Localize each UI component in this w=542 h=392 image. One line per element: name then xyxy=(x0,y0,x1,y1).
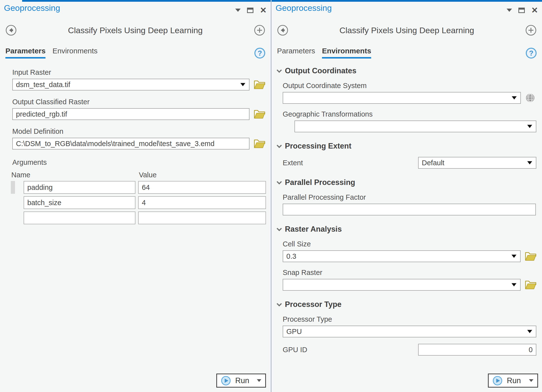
extent-combobox[interactable] xyxy=(418,157,536,169)
run-options-caret-icon[interactable] xyxy=(529,379,533,382)
snap-raster-combobox[interactable] xyxy=(283,279,521,291)
cell-size-input[interactable] xyxy=(286,252,517,260)
pane-titlebar: Geoprocessing ✕ xyxy=(272,2,542,14)
parallel-processing-factor-input[interactable] xyxy=(283,204,536,215)
tab-strip: Parameters Environments ? xyxy=(0,36,271,59)
browse-cell-size-folder-icon[interactable] xyxy=(525,251,536,261)
geographic-transformations-combobox[interactable] xyxy=(294,121,536,132)
run-button[interactable]: Run xyxy=(488,374,538,388)
parallel-processing-factor-label: Parallel Processing Factor xyxy=(283,193,536,201)
dropdown-arrow-icon xyxy=(512,255,516,258)
help-icon[interactable]: ? xyxy=(526,48,537,59)
tab-parameters[interactable]: Parameters xyxy=(277,47,315,59)
pane-close-icon[interactable]: ✕ xyxy=(531,6,538,14)
model-definition-textbox[interactable] xyxy=(12,138,249,150)
section-header[interactable]: Processor Type xyxy=(272,300,542,309)
geoprocessing-pane-environments: Geoprocessing ✕ Classify Pixels Using De… xyxy=(272,0,542,392)
arguments-table: Arguments Name Value xyxy=(12,158,271,224)
pane-titlebar: Geoprocessing ✕ xyxy=(0,2,271,14)
gpu-id-input[interactable] xyxy=(418,344,536,356)
output-coordinate-system-label: Output Coordinate System xyxy=(283,82,536,90)
argument-name-input[interactable] xyxy=(24,211,135,224)
select-coordinate-system-globe-icon[interactable] xyxy=(526,93,535,102)
run-button[interactable]: Run xyxy=(216,374,266,388)
tab-environments[interactable]: Environments xyxy=(322,47,371,59)
argument-value-input[interactable] xyxy=(138,211,266,224)
section-header[interactable]: Output Coordinates xyxy=(272,66,542,75)
arguments-value-header: Value xyxy=(139,171,157,179)
chevron-down-icon xyxy=(277,144,282,148)
section-header[interactable]: Raster Analysis xyxy=(272,225,542,234)
help-icon[interactable]: ? xyxy=(254,48,265,59)
pane-dock-icon[interactable] xyxy=(247,8,253,13)
model-definition-input[interactable] xyxy=(16,140,246,148)
extent-input[interactable] xyxy=(422,159,533,167)
section-raster-analysis: Raster Analysis Cell Size Snap Raster xyxy=(272,225,542,291)
field-output-classified-raster: Output Classified Raster xyxy=(12,98,271,120)
tab-strip: Parameters Environments ? xyxy=(272,36,542,59)
processor-type-combobox[interactable] xyxy=(283,326,536,337)
chevron-down-icon xyxy=(277,181,282,184)
row-selector-handle[interactable] xyxy=(11,181,15,194)
argument-name-input[interactable] xyxy=(24,181,135,194)
dropdown-arrow-icon xyxy=(512,283,516,286)
processor-type-input[interactable] xyxy=(286,328,533,336)
browse-output-raster-folder-icon[interactable] xyxy=(254,109,265,119)
output-classified-raster-label: Output Classified Raster xyxy=(12,98,271,106)
arguments-header-row: Name Value xyxy=(12,171,271,179)
browse-input-raster-folder-icon[interactable] xyxy=(254,80,265,90)
dropdown-arrow-icon xyxy=(512,96,517,100)
pane-dock-icon[interactable] xyxy=(518,8,525,13)
browse-snap-raster-folder-icon[interactable] xyxy=(525,280,536,290)
snap-raster-input[interactable] xyxy=(286,281,517,289)
tab-environments[interactable]: Environments xyxy=(52,47,97,59)
tab-parameters[interactable]: Parameters xyxy=(5,47,45,59)
section-parallel-processing: Parallel Processing Parallel Processing … xyxy=(272,178,542,215)
run-button-label: Run xyxy=(507,376,521,385)
input-raster-label: Input Raster xyxy=(12,68,271,76)
section-header[interactable]: Parallel Processing xyxy=(272,178,542,187)
pane-title: Geoprocessing xyxy=(276,3,332,13)
argument-row xyxy=(12,196,271,209)
section-title: Processor Type xyxy=(285,300,341,309)
run-play-icon xyxy=(221,376,231,386)
snap-raster-label: Snap Raster xyxy=(283,269,536,277)
browse-model-definition-folder-icon[interactable] xyxy=(254,139,265,149)
cell-size-label: Cell Size xyxy=(283,240,536,248)
processor-type-label: Processor Type xyxy=(283,315,536,323)
output-classified-raster-textbox[interactable] xyxy=(12,108,249,120)
cell-size-combobox[interactable] xyxy=(283,250,521,262)
arguments-name-header: Name xyxy=(11,171,139,179)
argument-value-input[interactable] xyxy=(138,196,266,209)
help-glyph: ? xyxy=(529,49,533,57)
run-options-caret-icon[interactable] xyxy=(257,379,261,382)
output-classified-raster-input[interactable] xyxy=(16,110,246,118)
tool-title: Classify Pixels Using Deep Learning xyxy=(17,26,254,35)
add-to-model-icon[interactable] xyxy=(254,25,265,36)
parameters-form: Input Raster Output Classified Raster xyxy=(0,68,271,224)
section-processor-type: Processor Type Processor Type GPU ID xyxy=(272,300,542,356)
dropdown-arrow-icon xyxy=(240,83,245,86)
argument-row xyxy=(12,211,271,224)
pane-close-icon[interactable]: ✕ xyxy=(260,6,267,14)
tool-header: Classify Pixels Using Deep Learning xyxy=(0,14,271,36)
section-title: Output Coordinates xyxy=(285,66,356,75)
extent-label: Extent xyxy=(283,159,418,167)
back-arrow-icon[interactable] xyxy=(5,25,17,36)
pane-menu-caret-icon[interactable] xyxy=(507,9,512,12)
output-coordinate-system-input[interactable] xyxy=(286,94,517,102)
geographic-transformations-input[interactable] xyxy=(298,122,533,131)
dropdown-arrow-icon xyxy=(527,330,532,333)
back-arrow-icon[interactable] xyxy=(277,25,288,36)
pane-top-accent xyxy=(272,0,542,2)
output-coordinate-system-combobox[interactable] xyxy=(283,92,521,104)
pane-menu-caret-icon[interactable] xyxy=(235,9,241,12)
argument-value-input[interactable] xyxy=(138,181,266,194)
section-header[interactable]: Processing Extent xyxy=(272,142,542,151)
chevron-down-icon xyxy=(277,227,282,231)
input-raster-input[interactable] xyxy=(16,81,246,89)
pane-title: Geoprocessing xyxy=(4,3,60,13)
argument-name-input[interactable] xyxy=(24,196,135,209)
input-raster-combobox[interactable] xyxy=(12,79,249,90)
add-to-model-icon[interactable] xyxy=(525,25,537,36)
